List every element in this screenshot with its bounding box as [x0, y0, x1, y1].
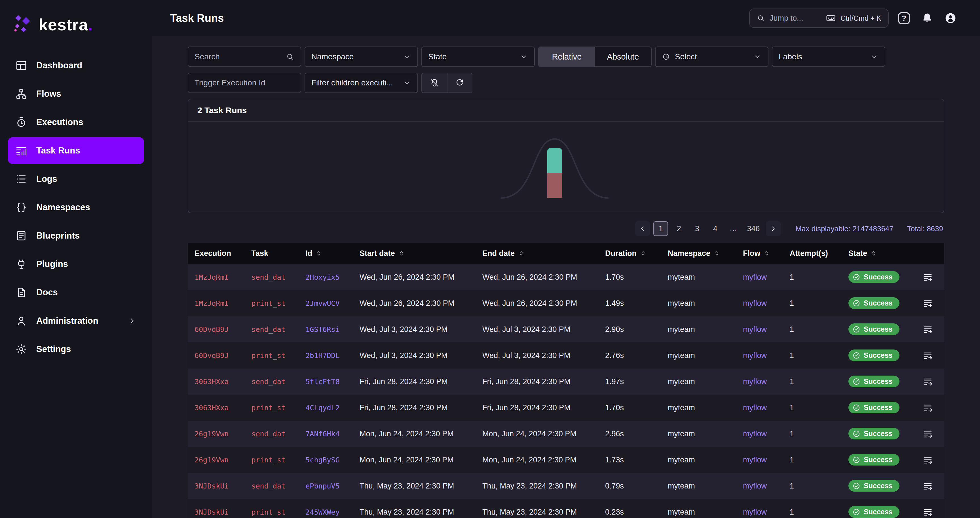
namespace-filter[interactable]: Namespace [305, 46, 418, 67]
flow-link[interactable]: myflow [743, 273, 767, 281]
column-header-state[interactable]: State [842, 243, 915, 264]
flow-link[interactable]: myflow [743, 351, 767, 360]
relative-toggle-button[interactable]: Relative [539, 47, 595, 66]
execution-id-link[interactable]: 26g19Vwn [194, 430, 229, 438]
sidebar-item-docs[interactable]: Docs [8, 279, 144, 306]
flow-link[interactable]: myflow [743, 429, 767, 438]
help-button[interactable]: ? [896, 10, 912, 26]
page-button-4[interactable]: 4 [708, 221, 722, 236]
sidebar-item-flows[interactable]: Flows [8, 81, 144, 107]
search-filter[interactable] [188, 46, 301, 67]
taskrun-id-link[interactable]: 1GST6Rsi [305, 325, 339, 334]
taskrun-id-link[interactable]: 2JmvwUCV [305, 299, 339, 308]
sort-icon[interactable] [640, 250, 647, 257]
sort-icon[interactable] [517, 250, 525, 257]
absolute-toggle-button[interactable]: Absolute [595, 47, 651, 66]
column-header-namespace[interactable]: Namespace [661, 243, 736, 264]
previous-page-button[interactable] [635, 221, 650, 236]
time-range-select[interactable]: Select [655, 46, 768, 67]
execution-id-link[interactable]: 1MzJqRmI [194, 273, 229, 281]
taskrun-id-link[interactable]: 2b1H7DDL [305, 351, 339, 360]
row-logs-button[interactable] [921, 323, 934, 336]
namespace: myteam [668, 456, 695, 464]
execution-id-link[interactable]: 3063HXxa [194, 378, 229, 386]
column-header-duration[interactable]: Duration [598, 243, 661, 264]
column-header-id[interactable]: Id [299, 243, 353, 264]
column-header-flow[interactable]: Flow [736, 243, 783, 264]
row-logs-button[interactable] [921, 402, 934, 414]
namespace: myteam [668, 273, 695, 281]
taskrun-id-link[interactable]: 7ANfGHk4 [305, 430, 339, 438]
chevron-down-icon [402, 53, 411, 61]
page-button-3[interactable]: 3 [690, 221, 705, 236]
page-button-346[interactable]: 346 [744, 221, 762, 236]
sidebar-item-namespaces[interactable]: Namespaces [8, 194, 144, 221]
taskrun-id-link[interactable]: 2Hoxyix5 [305, 273, 339, 281]
taskrun-id-link[interactable]: 5flcFtT8 [305, 378, 339, 386]
refresh-button[interactable] [447, 73, 472, 92]
sidebar-item-label: Administration [36, 316, 99, 326]
execution-id-link[interactable]: 60DvqB9J [194, 325, 229, 334]
next-page-button[interactable] [766, 221, 781, 236]
row-logs-button[interactable] [921, 297, 934, 309]
sort-icon[interactable] [870, 250, 877, 257]
kestra-logo[interactable]: kestra. [0, 0, 152, 52]
sidebar-item-administration[interactable]: Administration [8, 308, 144, 334]
sort-icon[interactable] [398, 250, 405, 257]
state-label: Success [864, 299, 892, 307]
settings-icon [15, 343, 27, 355]
sidebar-item-plugins[interactable]: Plugins [8, 251, 144, 277]
trigger-execution-id-input[interactable] [194, 78, 294, 88]
sidebar-item-executions[interactable]: Executions [8, 109, 144, 135]
flow-link[interactable]: myflow [743, 325, 767, 334]
execution-id-link[interactable]: 3NJDskUi [194, 508, 229, 516]
column-header-end-date[interactable]: End date [476, 243, 598, 264]
docs-icon [15, 287, 27, 298]
sidebar-item-dashboard[interactable]: Dashboard [8, 52, 144, 79]
user-menu-button[interactable] [943, 10, 958, 26]
page-button-2[interactable]: 2 [671, 221, 686, 236]
sidebar-item-task-runs[interactable]: Task Runs [8, 137, 144, 164]
page-button-1[interactable]: 1 [653, 221, 668, 236]
row-logs-button[interactable] [921, 480, 934, 492]
page-ellipsis[interactable]: … [726, 221, 741, 236]
taskrun-id-link[interactable]: 4CLqydL2 [305, 404, 339, 412]
sidebar-item-logs[interactable]: Logs [8, 166, 144, 192]
row-logs-button[interactable] [921, 375, 934, 388]
filter-children-select[interactable]: Filter children executi... [305, 73, 418, 93]
execution-id-link[interactable]: 60DvqB9J [194, 351, 229, 360]
flow-link[interactable]: myflow [743, 403, 767, 412]
column-header-start-date[interactable]: Start date [353, 243, 476, 264]
flow-link[interactable]: myflow [743, 377, 767, 386]
auto-refresh-off-button[interactable] [422, 73, 447, 92]
row-logs-button[interactable] [921, 349, 934, 362]
sidebar-item-blueprints[interactable]: Blueprints [8, 222, 144, 249]
taskrun-id-link[interactable]: ePbnpuV5 [305, 482, 339, 490]
row-logs-button[interactable] [921, 427, 934, 440]
row-logs-button[interactable] [921, 454, 934, 466]
flow-link[interactable]: myflow [743, 508, 767, 516]
execution-id-link[interactable]: 3NJDskUi [194, 482, 229, 490]
taskrun-id-link[interactable]: 5chgBySG [305, 456, 339, 464]
sort-icon[interactable] [763, 250, 770, 257]
flow-link[interactable]: myflow [743, 482, 767, 490]
row-logs-button[interactable] [921, 271, 934, 284]
attempts: 1 [790, 273, 794, 281]
execution-id-link[interactable]: 3063HXxa [194, 404, 229, 412]
search-input[interactable] [194, 52, 281, 61]
sidebar-item-settings[interactable]: Settings [8, 336, 144, 363]
labels-filter[interactable]: Labels [772, 46, 885, 67]
row-logs-button[interactable] [921, 506, 934, 518]
flow-link[interactable]: myflow [743, 456, 767, 464]
jump-to-search[interactable]: Jump to... Ctrl/Cmd + K [749, 8, 889, 28]
state-filter[interactable]: State [422, 46, 535, 67]
flow-link[interactable]: myflow [743, 299, 767, 308]
sort-icon[interactable] [315, 250, 322, 257]
trigger-execution-id-filter[interactable] [188, 73, 301, 93]
execution-id-link[interactable]: 1MzJqRmI [194, 299, 229, 308]
sort-icon[interactable] [713, 250, 721, 257]
task-id: print_st [251, 508, 286, 516]
notifications-button[interactable] [919, 10, 935, 26]
taskrun-id-link[interactable]: 245WXWey [305, 508, 339, 516]
execution-id-link[interactable]: 26g19Vwn [194, 456, 229, 464]
